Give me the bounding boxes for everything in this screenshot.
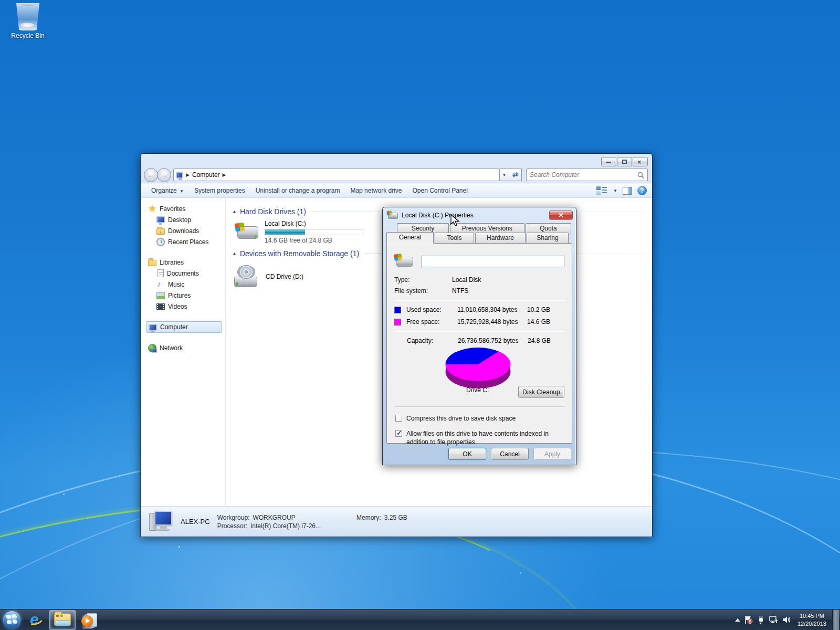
ok-button[interactable]: OK	[448, 448, 486, 460]
type-value: Local Disk	[452, 276, 481, 284]
sidebar-item-pictures[interactable]: Pictures	[154, 290, 223, 301]
capacity-row: Capacity: 26,736,586,752 bytes 24.8 GB	[407, 337, 564, 344]
dialog-title: Local Disk (C:) Properties	[402, 212, 546, 219]
volume-icon[interactable]	[782, 615, 792, 624]
recycle-bin-desktop-icon[interactable]: Recycle Bin	[4, 3, 51, 39]
breadcrumb-computer[interactable]: Computer	[192, 171, 220, 178]
tab-previous-versions[interactable]: Previous Versions	[450, 223, 524, 233]
minimize-button[interactable]	[601, 157, 616, 166]
used-space-gb: 10.2 GB	[527, 306, 564, 313]
sidebar-label: Recent Places	[168, 238, 208, 246]
explorer-titlebar[interactable]: ×	[141, 154, 652, 166]
minimize-icon	[606, 162, 611, 163]
disk-cleanup-button[interactable]: Disk Cleanup	[518, 386, 564, 398]
separator	[394, 331, 564, 332]
sidebar-item-videos[interactable]: Videos	[154, 301, 223, 312]
close-button[interactable]: ×	[633, 157, 648, 166]
system-properties-button[interactable]: System properties	[189, 185, 250, 196]
sidebar-item-downloads[interactable]: Downloads	[154, 225, 223, 236]
pc-stand	[160, 526, 167, 529]
compress-checkbox[interactable]	[395, 415, 402, 422]
tab-sharing[interactable]: Sharing	[527, 233, 569, 244]
type-row: Type: Local Disk	[394, 276, 564, 284]
index-checkbox-label[interactable]: Allow files on this drive to have conten…	[406, 429, 556, 446]
power-plug-icon[interactable]	[757, 615, 765, 624]
taskbar: e	[0, 609, 840, 630]
tab-hardware[interactable]: Hardware	[475, 233, 526, 244]
organize-menu-button[interactable]: Organize ▼	[146, 185, 189, 196]
used-space-bytes: 11,010,658,304 bytes	[457, 306, 527, 313]
cancel-button[interactable]: Cancel	[491, 448, 529, 460]
sidebar-spacer	[146, 247, 223, 257]
change-view-icon[interactable]	[596, 186, 607, 195]
refresh-button[interactable]: ⇄	[509, 169, 522, 181]
apply-button[interactable]: Apply	[533, 448, 571, 460]
capacity-bar	[265, 229, 363, 235]
index-checkbox[interactable]	[395, 430, 402, 437]
start-button[interactable]	[1, 610, 22, 630]
uninstall-program-button[interactable]: Uninstall or change a program	[250, 185, 345, 196]
sidebar-label: Desktop	[168, 216, 191, 224]
taskbar-internet-explorer[interactable]: e	[22, 610, 49, 630]
workgroup-row: Workgroup: WORKGROUP	[217, 514, 321, 521]
map-network-drive-button[interactable]: Map network drive	[345, 185, 407, 196]
taskbar-media-player[interactable]	[76, 610, 103, 630]
breadcrumb-arrow-icon: ▶	[186, 172, 190, 177]
sidebar-item-recent-places[interactable]: Recent Places	[154, 236, 223, 247]
sidebar-item-documents[interactable]: Documents	[154, 268, 223, 279]
drive-c-label: Drive C:	[466, 386, 489, 394]
sidebar-label: Downloads	[168, 227, 199, 235]
sidebar-label: Network	[160, 344, 183, 352]
sidebar-label: Videos	[168, 303, 187, 310]
used-space-label: Used space:	[406, 306, 457, 313]
dialog-titlebar[interactable]: Local Disk (C:) Properties ✕	[383, 207, 576, 221]
group-header-label: Devices with Removable Storage (1)	[240, 249, 359, 258]
processor-row: Processor: Intel(R) Core(TM) i7-26...	[217, 522, 321, 530]
capacity-bytes: 26,736,586,752 bytes	[458, 337, 528, 344]
sidebar-item-music[interactable]: Music	[154, 279, 223, 290]
back-button[interactable]: ←	[144, 168, 158, 182]
search-input[interactable]	[530, 171, 637, 178]
show-desktop-button[interactable]	[832, 610, 839, 630]
show-hidden-icons-button[interactable]	[735, 618, 740, 622]
wallpaper-sparkle	[63, 494, 65, 495]
volume-label-input[interactable]	[422, 256, 564, 267]
dialog-close-button[interactable]: ✕	[549, 211, 573, 220]
network-icon	[148, 344, 156, 352]
drive-name: Local Disk (C:)	[265, 220, 363, 227]
sidebar-item-network[interactable]: Network	[146, 342, 223, 353]
taskbar-clock[interactable]: 10:45 PM 12/20/2013	[795, 612, 828, 627]
drive-led	[255, 234, 257, 238]
action-center-flag-icon[interactable]	[744, 615, 753, 624]
orb-petal	[12, 614, 17, 619]
compress-checkbox-label[interactable]: Compress this drive to save disk space	[406, 414, 516, 423]
sidebar-item-favorites[interactable]: Favorites	[146, 203, 223, 214]
computer-name: ALEX-PC	[181, 518, 210, 526]
sidebar-item-libraries[interactable]: Libraries	[146, 257, 223, 268]
collapse-triangle-icon[interactable]: ▲	[232, 251, 237, 256]
pictures-icon	[156, 292, 165, 299]
taskbar-windows-explorer[interactable]	[49, 610, 76, 630]
collapse-triangle-icon[interactable]: ▲	[232, 209, 237, 214]
tab-general[interactable]: General	[386, 232, 434, 244]
preview-pane-icon[interactable]	[623, 187, 632, 195]
clock-time: 10:45 PM	[797, 612, 826, 620]
clock-date: 12/20/2013	[797, 620, 826, 627]
tab-tools[interactable]: Tools	[435, 233, 474, 244]
forward-button[interactable]: →	[157, 168, 171, 182]
help-icon[interactable]: ?	[637, 186, 647, 195]
orb-petal	[6, 620, 12, 624]
network-icon[interactable]	[769, 615, 779, 624]
sidebar-item-computer[interactable]: Computer	[146, 321, 222, 333]
used-space-swatch	[394, 307, 401, 313]
sidebar-label: Libraries	[160, 259, 184, 266]
chevron-down-icon[interactable]: ▼	[613, 188, 617, 193]
sidebar-item-desktop[interactable]: Desktop	[154, 214, 223, 225]
address-dropdown-button[interactable]: ▼	[500, 169, 509, 181]
computer-details-icon	[149, 511, 173, 533]
search-box[interactable]	[526, 169, 648, 181]
maximize-button[interactable]	[617, 157, 632, 166]
open-control-panel-button[interactable]: Open Control Panel	[407, 185, 472, 196]
tab-quota[interactable]: Quota	[526, 223, 571, 233]
address-bar[interactable]: ▶ Computer ▶	[173, 169, 500, 181]
